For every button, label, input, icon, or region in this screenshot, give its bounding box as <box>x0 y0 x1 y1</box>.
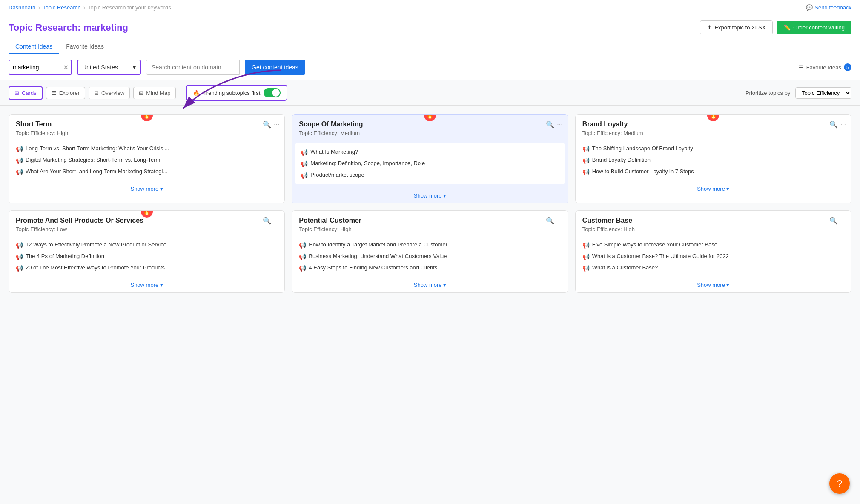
edit-icon: ✏️ <box>784 24 791 31</box>
more-action-3[interactable]: ··· <box>840 121 846 129</box>
list-item: 📢 What is a Customer Base? The Ultimate … <box>582 251 844 262</box>
toggle-knob <box>272 89 280 97</box>
tabs-bar: Content Ideas Favorite Ideas <box>9 40 851 54</box>
card-4-body: 📢 12 Ways to Effectively Promote a New P… <box>9 236 284 277</box>
cards-icon: ⊞ <box>14 90 19 96</box>
trending-toggle-container[interactable]: 🔥 Trending subtopics first <box>186 85 287 101</box>
card-3-footer: Show more ▾ <box>576 181 851 196</box>
main-content: 🔥 🔍 ··· Short Term Topic Efficiency: Hig… <box>0 106 860 301</box>
priority-select[interactable]: Topic Efficiency <box>795 87 851 99</box>
card-3-body: 📢 The Shifting Landscape Of Brand Loyalt… <box>576 140 851 181</box>
card-promote-sell: 🔥 🔍 ··· Promote And Sell Products Or Ser… <box>9 210 285 293</box>
list-item: 📢 What Are Your Short- and Long-Term Mar… <box>16 166 278 178</box>
card-4-footer: Show more ▾ <box>9 277 284 292</box>
tab-content-ideas[interactable]: Content Ideas <box>9 40 59 54</box>
show-more-4[interactable]: Show more ▾ <box>130 282 163 288</box>
card-6-footer: Show more ▾ <box>576 277 851 292</box>
list-item: 📢 Product/market scope <box>301 169 559 181</box>
card-6-actions: 🔍 ··· <box>829 217 846 225</box>
search-action-6[interactable]: 🔍 <box>829 217 838 225</box>
keyword-highlight: marketing <box>83 22 128 33</box>
megaphone-icon: 📢 <box>582 146 590 152</box>
card-brand-loyalty: 🔥 🔍 ··· Brand Loyalty Topic Efficiency: … <box>575 114 851 203</box>
more-action-2[interactable]: ··· <box>557 121 562 129</box>
show-more-3[interactable]: Show more ▾ <box>697 186 729 192</box>
card-2-actions: 🔍 ··· <box>546 120 562 129</box>
show-more-1[interactable]: Show more ▾ <box>130 186 163 192</box>
list-item: 📢 How to Build Customer Loyalty in 7 Ste… <box>582 166 844 178</box>
megaphone-icon: 📢 <box>582 157 590 164</box>
megaphone-icon: 📢 <box>582 253 590 260</box>
view-cards-button[interactable]: ⊞ Cards <box>9 86 43 100</box>
search-action-4[interactable]: 🔍 <box>263 217 271 225</box>
top-bar: Dashboard › Topic Research › Topic Resea… <box>0 0 860 15</box>
header-buttons: ⬆ Export topic to XLSX ✏️ Order content … <box>700 20 851 34</box>
breadcrumb: Dashboard › Topic Research › Topic Resea… <box>9 4 171 11</box>
domain-search-input[interactable] <box>146 60 240 75</box>
chevron-down-icon: ▾ <box>133 64 136 71</box>
get-ideas-button[interactable]: Get content ideas <box>245 60 305 75</box>
card-1-body: 📢 Long-Term vs. Short-Term Marketing: Wh… <box>9 140 284 181</box>
search-action-2[interactable]: 🔍 <box>546 120 554 129</box>
card-potential-customer: 🔍 ··· Potential Customer Topic Efficienc… <box>292 210 568 293</box>
breadcrumb-dashboard[interactable]: Dashboard <box>9 4 36 11</box>
tab-favorite-ideas[interactable]: Favorite Ideas <box>59 40 111 54</box>
search-action-1[interactable]: 🔍 <box>263 120 271 129</box>
card-5-body: 📢 How to Identify a Target Market and Pr… <box>292 236 568 277</box>
view-overview-button[interactable]: ⊟ Overview <box>89 87 130 99</box>
megaphone-icon: 📢 <box>16 157 23 164</box>
megaphone-icon: 📢 <box>301 172 308 179</box>
megaphone-icon: 📢 <box>582 242 590 249</box>
card-1-actions: 🔍 ··· <box>263 120 279 129</box>
list-icon: ☰ <box>799 64 804 71</box>
card-4-actions: 🔍 ··· <box>263 217 279 225</box>
card-5-actions: 🔍 ··· <box>546 217 562 225</box>
export-button[interactable]: ⬆ Export topic to XLSX <box>700 20 773 34</box>
send-feedback-link[interactable]: 💬 Send feedback <box>806 4 851 11</box>
megaphone-icon: 📢 <box>16 253 23 260</box>
card-5-efficiency: Topic Efficiency: High <box>299 226 561 232</box>
megaphone-icon: 📢 <box>16 265 23 272</box>
card-5-title: Potential Customer <box>299 217 561 224</box>
card-1-efficiency: Topic Efficiency: High <box>16 130 278 136</box>
favorite-ideas-link[interactable]: ☰ Favorite Ideas 5 <box>799 63 851 71</box>
more-action-4[interactable]: ··· <box>274 217 279 225</box>
card-3-title: Brand Loyalty <box>582 120 844 128</box>
list-item: 📢 How to Identify a Target Market and Pr… <box>299 239 561 251</box>
megaphone-icon: 📢 <box>299 253 306 260</box>
view-toolbar: ⊞ Cards ☰ Explorer ⊟ Overview ⊞ Mind Map… <box>0 80 860 106</box>
keyword-clear-button[interactable]: ✕ <box>60 63 71 72</box>
more-action-5[interactable]: ··· <box>557 217 562 225</box>
show-more-2[interactable]: Show more ▾ <box>414 192 446 199</box>
more-action-6[interactable]: ··· <box>840 217 846 225</box>
list-item: 📢 Digital Marketing Strategies: Short-Te… <box>16 155 278 166</box>
country-selector[interactable]: United States ▾ <box>77 60 141 75</box>
show-more-5[interactable]: Show more ▾ <box>414 282 446 288</box>
list-item: 📢 20 of The Most Effective Ways to Promo… <box>16 262 278 274</box>
megaphone-icon: 📢 <box>16 169 23 175</box>
country-value: United States <box>82 64 118 71</box>
trending-label: Trending subtopics first <box>203 90 260 96</box>
view-explorer-button[interactable]: ☰ Explorer <box>46 87 85 99</box>
megaphone-icon: 📢 <box>301 160 308 167</box>
view-mindmap-button[interactable]: ⊞ Mind Map <box>133 87 176 99</box>
megaphone-icon: 📢 <box>299 242 306 249</box>
list-item: 📢 What Is Marketing? <box>301 146 559 158</box>
more-action-1[interactable]: ··· <box>274 121 279 129</box>
list-item: 📢 12 Ways to Effectively Promote a New P… <box>16 239 278 251</box>
card-1-title: Short Term <box>16 120 278 128</box>
export-icon: ⬆ <box>707 24 712 31</box>
overview-icon: ⊟ <box>94 90 99 96</box>
search-action-5[interactable]: 🔍 <box>546 217 554 225</box>
card-3-actions: 🔍 ··· <box>829 120 846 129</box>
card-6-body: 📢 Five Simple Ways to Increase Your Cust… <box>576 236 851 277</box>
fire-icon: 🔥 <box>193 90 200 96</box>
card-2-efficiency: Topic Efficiency: Medium <box>299 130 561 136</box>
keyword-input[interactable] <box>9 64 60 71</box>
search-action-3[interactable]: 🔍 <box>829 120 838 129</box>
show-more-6[interactable]: Show more ▾ <box>697 282 729 288</box>
order-content-button[interactable]: ✏️ Order content writing <box>777 21 851 34</box>
trending-switch[interactable] <box>264 88 281 97</box>
list-item: 📢 What is a Customer Base? <box>582 262 844 274</box>
breadcrumb-topic-research[interactable]: Topic Research <box>43 4 81 11</box>
